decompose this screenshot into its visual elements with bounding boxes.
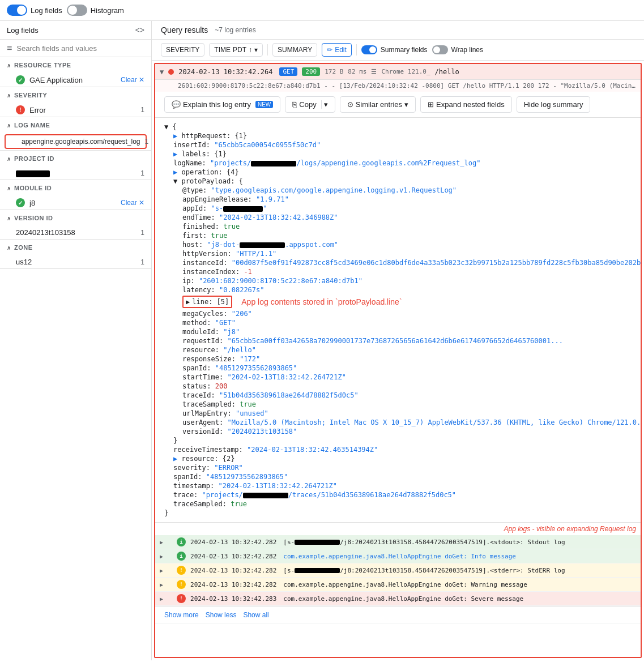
child-log-2[interactable]: ▶ i 2024-02-13 10:32:42.282 com.example.… bbox=[155, 549, 641, 563]
severity-filter-label: SEVERITY bbox=[166, 46, 199, 54]
http-expand[interactable]: ▶ bbox=[173, 132, 177, 140]
explain-btn[interactable]: 💬 Explain this log entry NEW bbox=[164, 96, 280, 113]
main-layout: Log fields <> ≡ ∧ RESOURCE TYPE ✓ GAE Ap… bbox=[0, 21, 644, 660]
toolbar-divider-2 bbox=[356, 44, 357, 55]
child-1-severity: i bbox=[177, 537, 186, 546]
section-header-zone[interactable]: ∧ ZONE bbox=[0, 240, 151, 255]
resource-expand[interactable]: ▶ bbox=[173, 455, 177, 463]
line-label: line: [5] bbox=[192, 298, 229, 306]
zone-item: us12 1 bbox=[0, 255, 151, 268]
log-fields-toggle[interactable]: Log fields bbox=[7, 5, 62, 16]
line-highlight[interactable]: ▶ line: [5] bbox=[182, 296, 232, 308]
section-header-version-id[interactable]: ∧ VERSION ID bbox=[0, 210, 151, 226]
json-line-labels: ▶ labels: {1} bbox=[164, 150, 642, 159]
version-id-label: VERSION ID bbox=[14, 215, 144, 221]
hide-label: Hide log summary bbox=[524, 100, 583, 109]
child-log-5[interactable]: ▶ ! 2024-02-13 10:32:42.283 com.example.… bbox=[155, 592, 641, 606]
child-log-4[interactable]: ▶ ! 2024-02-13 10:32:42.282 com.example.… bbox=[155, 578, 641, 592]
child-5-time: 2024-02-13 10:32:42.283 bbox=[190, 595, 276, 603]
entry-severity-dot bbox=[168, 69, 174, 75]
child-log-1[interactable]: ▶ i 2024-02-13 10:32:42.282 [s- /j8:2024… bbox=[155, 535, 641, 549]
severity-label: SEVERITY bbox=[14, 92, 144, 99]
resource-type-status-icon: ✓ bbox=[16, 75, 25, 84]
query-header: Query results ~7 log entries bbox=[152, 21, 644, 40]
module-id-status-icon: ✓ bbox=[16, 198, 25, 207]
log-list: ▼ 2024-02-13 10:32:42.264 GET 200 172 B … bbox=[154, 63, 642, 658]
json-line-traceid: traceId: "51b04d356389618ae264d78882f5d0… bbox=[164, 391, 642, 400]
content-area: Query results ~7 log entries SEVERITY TI… bbox=[152, 21, 644, 660]
json-line-method: method: "GET" bbox=[164, 318, 642, 327]
entry-method: GET bbox=[279, 67, 297, 76]
show-less-link[interactable]: Show less bbox=[206, 611, 237, 619]
json-with-annotation: ▼ { ▶ httpRequest: {1} insertId: "65cbb5… bbox=[164, 122, 632, 518]
json-line-finished: finished: true bbox=[164, 222, 642, 231]
json-line-receivetimestamp: receiveTimestamp: "2024-02-13T18:32:42.4… bbox=[164, 445, 642, 454]
hide-summary-btn[interactable]: Hide log summary bbox=[517, 96, 591, 113]
log-entry-header[interactable]: ▼ 2024-02-13 10:32:42.264 GET 200 172 B … bbox=[155, 64, 641, 80]
version-id-value: 20240213t103158 bbox=[16, 228, 136, 237]
app-log-annotation: App log contents stored in `protoPayload… bbox=[237, 295, 406, 309]
show-all-link[interactable]: Show all bbox=[243, 611, 268, 619]
log-name-count: 1 bbox=[145, 138, 149, 146]
severity-value: Error bbox=[29, 106, 136, 114]
json-line-http: ▶ httpRequest: {1} bbox=[164, 131, 642, 140]
bottom-actions: Show more Show less Show all bbox=[155, 606, 641, 623]
wrap-lines-toggle[interactable]: Wrap lines bbox=[432, 45, 483, 54]
child-4-time: 2024-02-13 10:32:42.282 bbox=[190, 581, 276, 588]
child-2-expand: ▶ bbox=[160, 553, 163, 560]
summary-fields-switch[interactable] bbox=[361, 45, 377, 54]
resource-type-label: RESOURCE TYPE bbox=[14, 62, 144, 69]
section-log-name: ∧ LOG NAME appengine.googleapis.com/requ… bbox=[0, 117, 151, 151]
module-id-clear-btn[interactable]: Clear ✕ bbox=[121, 199, 144, 207]
app-logs-visible-annotation: App logs - visible on expanding Request … bbox=[155, 523, 641, 535]
json-line-requestid: requestId: "65cbb5ca00ff03a42658a7029900… bbox=[164, 336, 642, 345]
severity-chevron: ∧ bbox=[7, 92, 11, 99]
edit-btn[interactable]: ✏ Edit bbox=[322, 43, 352, 57]
log-name-item: appengine.googleapis.com/request_log 1 bbox=[5, 134, 147, 149]
show-more-link[interactable]: Show more bbox=[164, 611, 199, 619]
expand-btn[interactable]: ⊞ Expand nested fields bbox=[420, 96, 512, 113]
labels-expand[interactable]: ▶ bbox=[173, 150, 177, 158]
json-line-instanceindex: instanceIndex: -1 bbox=[164, 267, 642, 276]
project-id-value bbox=[16, 169, 136, 177]
severity-filter-btn[interactable]: SEVERITY bbox=[161, 43, 204, 57]
similar-btn[interactable]: ⊙ Similar entries ▾ bbox=[340, 96, 416, 113]
child-5-message: com.example.appengine.java8.HelloAppEngi… bbox=[283, 595, 523, 603]
section-header-project-id[interactable]: ∧ PROJECT ID bbox=[0, 151, 151, 166]
resource-type-clear-btn[interactable]: Clear ✕ bbox=[121, 76, 144, 84]
json-line-proto-close: } bbox=[164, 436, 642, 445]
json-line-severity: severity: "ERROR" bbox=[164, 463, 642, 472]
project-id-item: 1 bbox=[0, 166, 151, 180]
section-header-module-id[interactable]: ∧ MODULE ID bbox=[0, 180, 151, 196]
child-logs-container: App logs - visible on expanding Request … bbox=[155, 522, 641, 606]
module-id-value: j8 bbox=[29, 199, 116, 207]
section-header-log-name[interactable]: ∧ LOG NAME bbox=[0, 117, 151, 133]
section-header-resource-type[interactable]: ∧ RESOURCE TYPE bbox=[0, 57, 151, 73]
query-title: Query results bbox=[161, 25, 208, 35]
json-line-useragent: userAgent: "Mozilla/5.0 (Macintosh; Inte… bbox=[164, 418, 642, 427]
json-line-brace-open: ▼ { bbox=[164, 122, 642, 131]
child-4-severity: ! bbox=[177, 580, 186, 589]
section-resource-type: ∧ RESOURCE TYPE ✓ GAE Application Clear … bbox=[0, 57, 151, 87]
section-header-severity[interactable]: ∧ SEVERITY bbox=[0, 87, 151, 103]
search-input[interactable] bbox=[16, 44, 144, 53]
json-content: ▼ { ▶ httpRequest: {1} insertId: "65cbb5… bbox=[155, 118, 641, 522]
summary-fields-toggle[interactable]: Summary fields bbox=[361, 45, 428, 54]
operation-expand[interactable]: ▶ bbox=[173, 168, 177, 176]
child-log-3[interactable]: ▶ ! 2024-02-13 10:32:42.282 [s- /j8:2024… bbox=[155, 563, 641, 578]
json-line-httpversion: httpVersion: "HTTP/1.1" bbox=[164, 249, 642, 258]
log-fields-label: Log fields bbox=[31, 6, 62, 15]
time-filter-btn[interactable]: TIME PDT ↑ ▾ bbox=[209, 43, 263, 57]
toolbar: SEVERITY TIME PDT ↑ ▾ SUMMARY ✏ Edit bbox=[152, 40, 644, 61]
copy-btn[interactable]: ⎘ Copy ▾ bbox=[285, 96, 335, 113]
summary-btn[interactable]: SUMMARY bbox=[272, 43, 317, 57]
log-fields-switch[interactable] bbox=[7, 5, 27, 16]
wrap-lines-switch[interactable] bbox=[432, 45, 448, 54]
histogram-toggle[interactable]: Histogram bbox=[67, 5, 124, 16]
code-icon[interactable]: <> bbox=[135, 25, 144, 35]
histogram-switch[interactable] bbox=[67, 5, 87, 16]
summary-fields-label: Summary fields bbox=[381, 46, 428, 54]
json-line-appid: appId: "s- " bbox=[164, 204, 642, 213]
section-zone: ∧ ZONE us12 1 bbox=[0, 240, 151, 269]
json-line-resource-field: ▶ resource: {2} bbox=[164, 454, 642, 463]
